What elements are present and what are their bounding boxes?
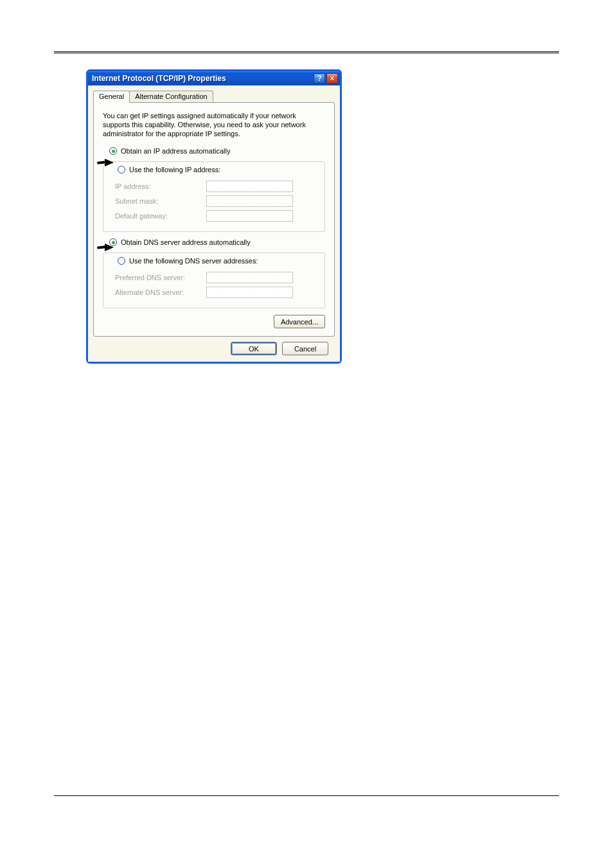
page-rule-bottom (54, 795, 559, 796)
titlebar[interactable]: Internet Protocol (TCP/IP) Properties ? … (88, 71, 340, 85)
dns-group: Use the following DNS server addresses: … (103, 252, 325, 308)
input-default-gateway[interactable]: ... (206, 210, 293, 222)
radio-use-following-dns[interactable]: Use the following DNS server addresses: (115, 257, 261, 265)
radio-icon (118, 257, 125, 265)
input-subnet-mask[interactable]: ... (206, 195, 293, 207)
radio-label: Use the following IP address: (129, 166, 220, 173)
label-default-gateway: Default gateway: (110, 212, 206, 220)
radio-label: Use the following DNS server addresses: (129, 257, 258, 265)
page-rule-top (54, 51, 559, 53)
radio-obtain-ip-auto[interactable]: Obtain an IP address automatically (109, 147, 325, 155)
label-subnet-mask: Subnet mask: (110, 197, 206, 205)
tab-general[interactable]: General (93, 91, 130, 103)
radio-icon (109, 147, 117, 155)
label-ip-address: IP address: (110, 182, 206, 190)
radio-label: Obtain an IP address automatically (121, 147, 230, 155)
intro-text: You can get IP settings assigned automat… (103, 112, 325, 138)
radio-obtain-dns-auto[interactable]: Obtain DNS server address automatically (109, 238, 325, 246)
close-button[interactable]: × (326, 73, 338, 84)
input-ip-address[interactable]: ... (206, 181, 293, 192)
tab-alternate-configuration[interactable]: Alternate Configuration (129, 91, 213, 102)
tab-strip: General Alternate Configuration (93, 91, 335, 102)
tab-panel-general: You can get IP settings assigned automat… (93, 102, 335, 337)
annotation-arrow-icon (105, 244, 114, 251)
radio-icon (118, 166, 125, 173)
window-title: Internet Protocol (TCP/IP) Properties (92, 74, 312, 83)
advanced-button[interactable]: Advanced... (274, 315, 325, 328)
input-alternate-dns[interactable]: ... (206, 287, 293, 298)
tcpip-properties-dialog: Internet Protocol (TCP/IP) Properties ? … (86, 69, 342, 364)
ok-button[interactable]: OK (231, 342, 277, 355)
input-preferred-dns[interactable]: ... (206, 272, 293, 283)
radio-use-following-ip[interactable]: Use the following IP address: (115, 166, 223, 173)
help-button[interactable]: ? (314, 73, 325, 84)
radio-label: Obtain DNS server address automatically (121, 238, 251, 246)
ip-group: Use the following IP address: IP address… (103, 161, 325, 232)
label-alternate-dns: Alternate DNS server: (110, 288, 206, 296)
label-preferred-dns: Preferred DNS server: (110, 274, 206, 281)
annotation-arrow-icon (105, 159, 114, 166)
cancel-button[interactable]: Cancel (282, 342, 328, 355)
